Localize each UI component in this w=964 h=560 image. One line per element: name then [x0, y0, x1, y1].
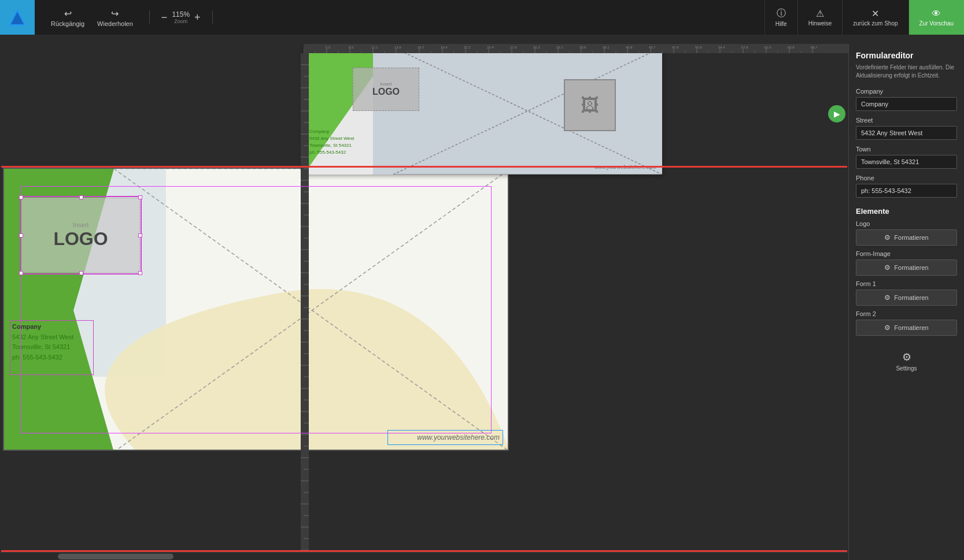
hints-button[interactable]: ⚠ Hinweise	[797, 0, 843, 35]
svg-text:47.8: 47.8	[672, 46, 679, 49]
undo-icon: ↩	[64, 8, 72, 19]
street-line-big: 5432 Any Street West	[12, 332, 73, 343]
phone-label: Phone	[856, 175, 957, 181]
logo-element-label: Logo	[856, 220, 957, 227]
logo-button[interactable]	[0, 0, 35, 35]
logo-area-small: Insert LOGO	[353, 68, 419, 111]
format-form1-button[interactable]: ⚙ Formatieren	[856, 290, 957, 306]
street-label: Street	[856, 117, 957, 124]
svg-line-120	[114, 169, 509, 451]
form-editor-panel: Formulareditor Vordefinierte Felder hier…	[848, 44, 964, 560]
form-editor-subtitle: Vordefinierte Felder hier ausfüllen. Die…	[856, 64, 957, 80]
zoom-in-button[interactable]: +	[194, 12, 201, 24]
vertical-ruler	[301, 53, 309, 552]
svg-text:63.8: 63.8	[788, 46, 795, 49]
format-icon-4: ⚙	[884, 324, 891, 332]
svg-text:27.8: 27.8	[510, 46, 517, 49]
ruler-bar: 5.5 8.5 11.1 13.9 16.7 19.4 22.2 25.4 27	[304, 44, 848, 53]
format-form2-button[interactable]: ⚙ Formatieren	[856, 320, 957, 336]
svg-text:66.7: 66.7	[811, 46, 818, 49]
svg-text:33.1: 33.1	[556, 46, 563, 49]
street-input[interactable]	[856, 126, 957, 140]
main-canvas: Insert LOGO Company 5432 Any Street West…	[3, 168, 509, 451]
preview-button[interactable]: 👁 Zur Vorschau	[908, 0, 964, 35]
svg-text:22.2: 22.2	[464, 46, 471, 49]
help-icon: ⓘ	[777, 8, 786, 20]
svg-text:16.7: 16.7	[418, 46, 424, 49]
svg-line-119	[114, 169, 509, 451]
image-icon-small: 🖼	[581, 95, 599, 116]
town-input[interactable]	[856, 155, 957, 169]
format-icon-3: ⚙	[884, 294, 891, 302]
close-icon: ✕	[871, 8, 879, 19]
svg-text:8.5: 8.5	[349, 46, 354, 49]
svg-text:35.6: 35.6	[579, 46, 586, 49]
svg-text:5.5: 5.5	[326, 46, 331, 49]
format-logo-button[interactable]: ⚙ Formatieren	[856, 229, 957, 246]
form2-label: Form 2	[856, 310, 957, 317]
right-tool-buttons: ⓘ Hilfe ⚠ Hinweise ✕ zurück zum Shop 👁 Z…	[764, 0, 964, 35]
h-scrollbar	[0, 552, 848, 560]
settings-button[interactable]: ⚙ Settings	[856, 347, 957, 375]
svg-text:38.1: 38.1	[603, 46, 610, 49]
logo-text-big: LOGO	[53, 228, 108, 250]
warning-icon: ⚠	[816, 8, 824, 19]
zoom-out-button[interactable]: −	[161, 12, 168, 24]
eye-icon: 👁	[932, 9, 941, 19]
website-big: www.yourwebsitehere.com	[417, 433, 500, 442]
red-border-bottom	[1, 550, 847, 552]
svg-text:25.4: 25.4	[487, 46, 494, 49]
company-input[interactable]	[856, 97, 957, 111]
address-block-big: Company 5432 Any Street West Townsville,…	[12, 322, 73, 362]
svg-text:50.8: 50.8	[695, 46, 702, 49]
redo-label: Wiederholen	[97, 20, 133, 27]
card-address-small: Company 5432 Any Street West Townsville,…	[309, 128, 354, 156]
zoom-group: − 115% Zoom +	[149, 10, 213, 24]
svg-text:57.8: 57.8	[741, 46, 748, 49]
big-card: Insert LOGO Company 5432 Any Street West…	[4, 169, 508, 450]
form1-label: Form 1	[856, 280, 957, 287]
red-border-top	[1, 166, 847, 168]
image-placeholder-small: 🖼	[564, 79, 616, 131]
help-button[interactable]: ⓘ Hilfe	[764, 0, 797, 35]
phone-input[interactable]	[856, 184, 957, 198]
back-to-shop-button[interactable]: ✕ zurück zum Shop	[842, 0, 908, 35]
town-label: Town	[856, 146, 957, 153]
form-editor-title: Formulareditor	[856, 51, 957, 60]
zoom-display: 115% Zoom	[172, 10, 190, 24]
town-line-big: Townsville, St 54321	[12, 342, 73, 353]
card-container-small: Insert LOGO Company 5432 Any Street West…	[304, 47, 662, 175]
company-label: Company	[856, 88, 957, 95]
logo-box-big: Insert LOGO	[21, 198, 140, 273]
svg-text:54.4: 54.4	[718, 46, 725, 49]
logo-text-small: LOGO	[372, 87, 400, 97]
svg-text:11.1: 11.1	[371, 46, 378, 49]
undo-label: Rückgängig	[51, 20, 84, 27]
undo-button[interactable]: ↩ Rückgängig	[46, 6, 89, 29]
svg-text:40.8: 40.8	[626, 46, 633, 49]
redo-button[interactable]: ↪ Wiederholen	[93, 6, 138, 29]
svg-text:19.4: 19.4	[441, 46, 448, 49]
redo-icon: ↪	[111, 8, 119, 19]
h-scroll-thumb[interactable]	[58, 554, 173, 559]
svg-text:61.0: 61.0	[764, 46, 771, 49]
elements-title: Elemente	[856, 207, 957, 216]
toolbar: ↩ Rückgängig ↪ Wiederholen − 115% Zoom +…	[0, 0, 964, 35]
settings-icon: ⚙	[902, 351, 911, 364]
next-page-button[interactable]: ▶	[828, 105, 845, 123]
svg-text:43.7: 43.7	[649, 46, 656, 49]
insert-text-small: Insert	[380, 81, 391, 87]
company-line-big: Company	[12, 322, 73, 332]
svg-marker-1	[11, 12, 24, 24]
format-form-image-button[interactable]: ⚙ Formatieren	[856, 259, 957, 276]
svg-rect-74	[301, 53, 309, 552]
format-icon-1: ⚙	[884, 233, 891, 242]
insert-text-big: Insert	[73, 221, 89, 228]
phone-line-big: ph: 555-543-5432	[12, 353, 73, 363]
form-image-label: Form-Image	[856, 250, 957, 257]
gray-bg-small	[373, 47, 662, 175]
undo-redo-group: ↩ Rückgängig ↪ Wiederholen	[35, 6, 149, 29]
preview-card-small: Insert LOGO Company 5432 Any Street West…	[304, 47, 662, 175]
svg-text:30.3: 30.3	[533, 46, 540, 49]
svg-text:13.9: 13.9	[394, 46, 401, 49]
